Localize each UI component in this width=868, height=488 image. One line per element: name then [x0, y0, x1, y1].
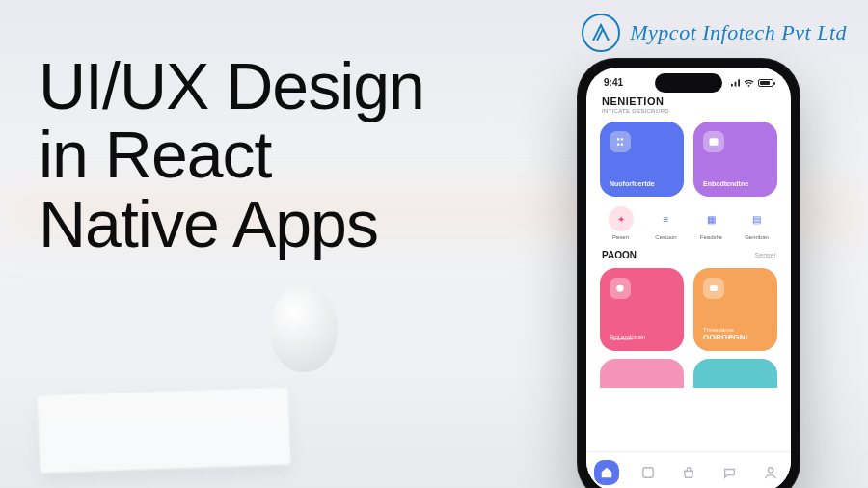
quick-icon: ▤ — [745, 206, 770, 231]
section-2-more[interactable]: Sensel — [755, 252, 775, 258]
quick-icon: ✦ — [609, 206, 634, 231]
brand-name: Mypcot Infotech Pvt Ltd — [630, 20, 847, 45]
phone-notch — [655, 73, 722, 93]
quick-icon: ▦ — [699, 206, 724, 231]
headline-line-1: UI/UX Design — [39, 52, 424, 121]
tab-home[interactable] — [594, 460, 619, 485]
tile-row-3-partial — [586, 355, 791, 388]
quick-icon: ≡ — [654, 206, 679, 231]
headline-line-3: Native Apps — [39, 190, 424, 258]
quick-row: ✦ Pesen ≡ Cestoon ▦ Feadshe ▤ Gennban — [586, 201, 791, 244]
tile-icon — [703, 278, 724, 299]
tile-icon — [610, 131, 631, 152]
tab-chat[interactable] — [717, 460, 742, 485]
brand-logo-icon — [582, 14, 620, 52]
phone-screen: 9:41 NENIETION INTICATE DESICRORD Nuofor… — [586, 68, 791, 488]
tile-orange[interactable]: Threebanss OOROPGNI — [693, 268, 777, 351]
status-icons — [728, 79, 773, 87]
tile-label: Enbodtendtne — [703, 180, 768, 187]
section-1-header: NENIETION INTICATE DESICRORD — [586, 92, 791, 114]
tab-grid[interactable] — [636, 460, 661, 485]
quick-label: Pesen — [612, 234, 629, 240]
tile-big: OOROPGNI — [703, 333, 768, 341]
tab-bag[interactable] — [676, 460, 701, 485]
svg-rect-0 — [710, 138, 719, 146]
tile-teal-partial[interactable] — [693, 359, 777, 388]
brand-block: Mypcot Infotech Pvt Ltd — [582, 14, 847, 52]
battery-icon — [758, 79, 773, 87]
phone-frame: 9:41 NENIETION INTICATE DESICRORD Nuofor… — [577, 58, 800, 488]
tile-icon — [703, 131, 724, 152]
quick-label: Cestoon — [655, 234, 676, 240]
svg-rect-2 — [710, 285, 718, 291]
tab-profile[interactable] — [758, 460, 783, 485]
svg-rect-3 — [642, 467, 653, 477]
quick-item[interactable]: ≡ Cestoon — [654, 206, 679, 240]
tile-sub: Threebanss — [703, 327, 768, 333]
tile-pink-partial[interactable] — [600, 359, 684, 388]
quick-label: Feadshe — [700, 234, 722, 240]
quick-item[interactable]: ✦ Pesen — [609, 206, 634, 240]
section-1-title: NENIETION — [602, 95, 775, 107]
tile-blue[interactable]: Nuoforfoertde — [600, 122, 684, 197]
tile-row-2: Trot profotrain Roorhuh Threebanss OOROP… — [586, 260, 791, 355]
decor-papers — [38, 387, 291, 473]
tab-bar — [586, 451, 791, 488]
tile-icon — [610, 278, 631, 299]
quick-item[interactable]: ▦ Feadshe — [699, 206, 724, 240]
tile-label: Nuoforfoertde — [610, 180, 674, 187]
quick-label: Gennban — [745, 234, 769, 240]
headline-line-2: in React — [39, 121, 424, 189]
status-time: 9:41 — [604, 77, 623, 88]
svg-point-4 — [768, 467, 773, 472]
section-2-title: PAOON — [602, 250, 637, 260]
wifi-icon — [744, 79, 754, 87]
tile-pink[interactable]: Trot profotrain Roorhuh — [600, 268, 684, 351]
quick-item[interactable]: ▤ Gennban — [745, 206, 770, 240]
signal-icon — [728, 79, 740, 87]
tile-sub2: Roorhuh — [610, 336, 674, 341]
section-2-header: PAOON Sensel — [586, 244, 791, 260]
svg-point-1 — [616, 285, 624, 292]
decor-egg — [270, 285, 338, 372]
tile-row-1: Nuoforfoertde Enbodtendtne — [586, 114, 791, 201]
headline: UI/UX Design in React Native Apps — [39, 52, 424, 258]
tile-purple[interactable]: Enbodtendtne — [693, 122, 777, 197]
